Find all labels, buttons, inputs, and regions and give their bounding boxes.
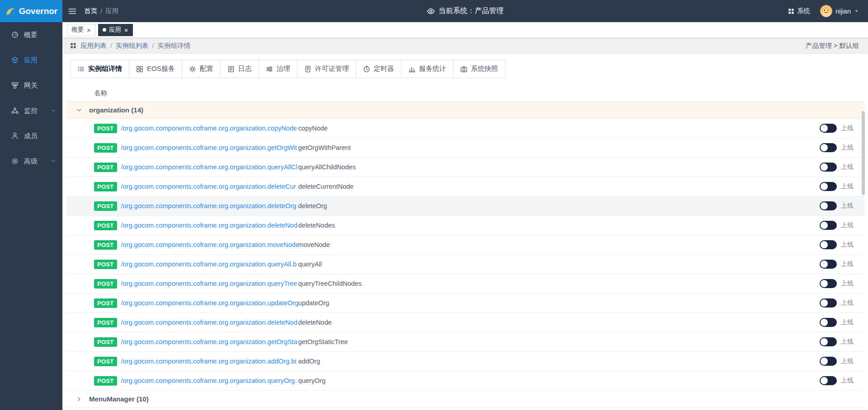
- table-row: POST/org.gocom.components.coframe.org.or…: [67, 158, 864, 177]
- toggle-wrap: 上线: [820, 221, 854, 230]
- service-path-link[interactable]: /org.gocom.components.coframe.org.organi…: [121, 202, 298, 210]
- snapshot-icon: [460, 65, 467, 73]
- close-icon[interactable]: ×: [87, 27, 91, 33]
- service-path-link[interactable]: /org.gocom.components.coframe.org.organi…: [121, 241, 298, 248]
- breadcrumb-separator: /: [100, 8, 102, 15]
- table-row: POST/org.gocom.components.coframe.org.or…: [67, 255, 864, 274]
- toggle-label: 上线: [841, 202, 854, 210]
- toggle-label: 上线: [841, 280, 854, 288]
- online-toggle[interactable]: [820, 240, 837, 249]
- online-toggle[interactable]: [820, 221, 837, 230]
- tab-system-snapshot[interactable]: 系统快照: [453, 60, 505, 78]
- service-path-link[interactable]: /org.gocom.components.coframe.org.organi…: [121, 319, 298, 326]
- service-path-link[interactable]: /org.gocom.components.coframe.org.organi…: [121, 377, 298, 384]
- table-row: POST/org.gocom.components.coframe.org.or…: [67, 294, 864, 313]
- online-toggle[interactable]: [820, 182, 837, 191]
- toggle-wrap: 上线: [820, 124, 854, 133]
- advanced-icon: [11, 158, 19, 165]
- chevron-right-icon[interactable]: [76, 396, 82, 402]
- service-path-link[interactable]: /org.gocom.components.coframe.org.organi…: [121, 163, 298, 171]
- toggle-wrap: 上线: [820, 163, 854, 172]
- stats-icon: [408, 65, 415, 73]
- online-toggle[interactable]: [820, 260, 837, 269]
- tab-timer[interactable]: 定时器: [356, 60, 401, 78]
- service-name: deleteCurrentNode: [298, 183, 354, 190]
- toggle-label: 上线: [841, 377, 854, 385]
- toggle-wrap: 上线: [820, 357, 854, 366]
- main-content: 概要×应用× 应用列表/实例组列表/实例组详情 产品管理 > 默认组 实例组详情…: [62, 22, 868, 410]
- breadcrumb-home[interactable]: 首页: [84, 7, 97, 15]
- service-path-link[interactable]: /org.gocom.components.coframe.org.organi…: [121, 183, 298, 190]
- tab-label: 治理: [277, 65, 290, 73]
- toggle-wrap: 上线: [820, 260, 854, 269]
- tab-governance[interactable]: 治理: [259, 60, 297, 78]
- online-toggle[interactable]: [820, 357, 837, 366]
- toggle-label: 上线: [841, 318, 854, 326]
- service-path-link[interactable]: /org.gocom.components.coframe.org.organi…: [121, 144, 298, 151]
- tab-label: 服务统计: [419, 65, 446, 73]
- tab-instance-detail[interactable]: 实例组详情: [70, 60, 129, 78]
- breadcrumb-item[interactable]: 实例组列表: [116, 42, 149, 50]
- group-context: 产品管理 > 默认组: [806, 42, 859, 50]
- online-toggle[interactable]: [820, 318, 837, 327]
- table-row: POST/org.gocom.components.coframe.org.or…: [67, 313, 864, 332]
- online-toggle[interactable]: [820, 279, 837, 288]
- tab-service-stats[interactable]: 服务统计: [401, 60, 453, 78]
- online-toggle[interactable]: [820, 143, 837, 152]
- online-toggle[interactable]: [820, 298, 837, 308]
- service-name: copyNode: [298, 125, 328, 132]
- sidebar-item-apps[interactable]: 应用: [0, 47, 62, 73]
- tab-config[interactable]: 配置: [182, 60, 221, 78]
- table-row: POST/org.gocom.components.coframe.org.or…: [67, 352, 864, 371]
- toggle-label: 上线: [841, 357, 854, 365]
- tab-logs[interactable]: 日志: [220, 60, 259, 78]
- system-menu-label: 系统: [797, 7, 810, 15]
- service-path-link[interactable]: /org.gocom.components.coframe.org.organi…: [121, 299, 298, 307]
- toggle-label: 上线: [841, 260, 854, 268]
- grid-outline-icon: [136, 65, 143, 73]
- sidebar-item-overview[interactable]: 概要: [0, 22, 62, 47]
- online-toggle[interactable]: [820, 201, 837, 210]
- gear-icon: [189, 65, 196, 73]
- group-row[interactable]: MenuManager (10): [67, 391, 864, 408]
- group-row[interactable]: organization (14): [67, 102, 864, 119]
- table-row: POST/org.gocom.components.coframe.org.or…: [67, 177, 864, 196]
- sidebar-item-advanced[interactable]: 高级: [0, 149, 62, 174]
- breadcrumb-item[interactable]: 应用列表: [80, 42, 107, 50]
- online-toggle[interactable]: [820, 376, 837, 385]
- method-badge: POST: [94, 357, 117, 366]
- tab-license[interactable]: 许可证管理: [297, 60, 356, 78]
- topbar-right: 系统 nijian: [788, 0, 868, 22]
- system-menu[interactable]: 系统: [788, 7, 810, 15]
- tag-apps[interactable]: 应用×: [98, 24, 133, 36]
- tab-eos-services[interactable]: EOS服务: [129, 60, 182, 78]
- user-menu[interactable]: nijian: [820, 5, 859, 17]
- service-path-link[interactable]: /org.gocom.components.coframe.org.organi…: [121, 358, 298, 365]
- online-toggle[interactable]: [820, 163, 837, 172]
- sidebar-item-members[interactable]: 成员: [0, 123, 62, 149]
- page-breadcrumb-bar: 应用列表/实例组列表/实例组详情 产品管理 > 默认组: [62, 38, 868, 54]
- close-icon[interactable]: ×: [124, 27, 128, 33]
- service-path-link[interactable]: /org.gocom.components.coframe.org.organi…: [121, 261, 298, 268]
- online-toggle[interactable]: [820, 124, 837, 133]
- service-path-link[interactable]: /org.gocom.components.coframe.org.organi…: [121, 222, 298, 229]
- chevron-down-icon[interactable]: [76, 107, 82, 113]
- tab-label: 实例组详情: [88, 65, 122, 73]
- service-path-link[interactable]: /org.gocom.components.coframe.org.organi…: [121, 125, 298, 132]
- sidebar-item-gateway[interactable]: 网关: [0, 73, 62, 98]
- table-body: organization (14)POST/org.gocom.componen…: [67, 102, 864, 408]
- online-toggle[interactable]: [820, 337, 837, 346]
- license-icon: [304, 65, 311, 73]
- service-path-link[interactable]: /org.gocom.components.coframe.org.organi…: [121, 280, 298, 287]
- tag-label: 概要: [71, 26, 84, 34]
- eye-icon: [427, 7, 435, 15]
- logo[interactable]: Governor: [0, 0, 62, 22]
- tag-overview[interactable]: 概要×: [67, 24, 95, 36]
- hamburger-icon[interactable]: [68, 7, 77, 16]
- toggle-knob: [821, 338, 828, 345]
- service-path-link[interactable]: /org.gocom.components.coframe.org.organi…: [121, 338, 298, 345]
- sidebar-item-monitoring[interactable]: 监控: [0, 98, 62, 123]
- active-dot: [103, 28, 106, 32]
- sidebar-item-label: 高级: [24, 157, 38, 166]
- scrollbar-thumb[interactable]: [862, 111, 865, 195]
